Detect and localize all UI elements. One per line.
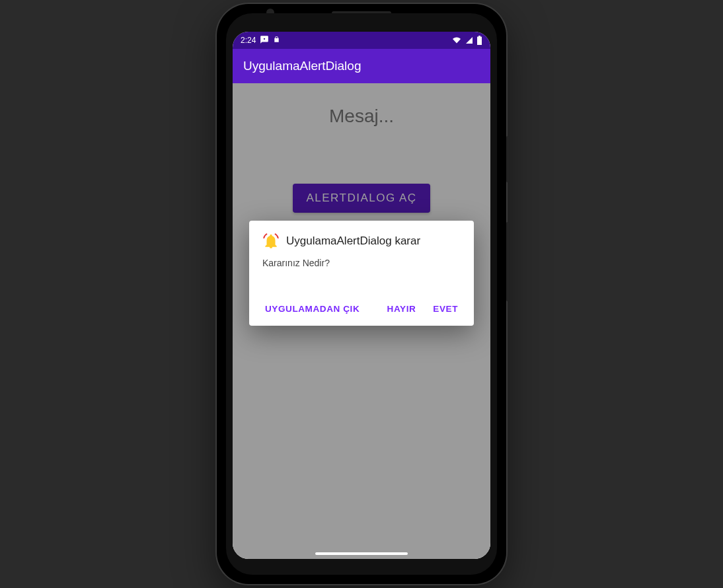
alert-dialog: UygulamaAlertDialog karar Kararınız Nedi… xyxy=(249,221,474,326)
power-button[interactable] xyxy=(506,136,509,182)
screen: 2:24 xyxy=(233,32,490,559)
volume-button[interactable] xyxy=(506,222,509,301)
gesture-nav-bar[interactable] xyxy=(233,552,490,555)
app-bar-title: UygulamaAlertDialog xyxy=(243,59,361,73)
status-bar: 2:24 xyxy=(233,32,490,49)
app-bar: UygulamaAlertDialog xyxy=(233,49,490,83)
battery-icon xyxy=(476,36,482,45)
dialog-header: UygulamaAlertDialog karar xyxy=(262,233,461,250)
phone-frame: 2:24 xyxy=(217,4,506,584)
svg-point-0 xyxy=(264,38,265,39)
dialog-title: UygulamaAlertDialog karar xyxy=(286,235,420,248)
dialog-message: Kararınız Nedir? xyxy=(262,258,461,268)
dialog-negative-button[interactable]: HAYIR xyxy=(385,299,419,319)
lock-icon xyxy=(273,35,280,46)
status-time: 2:24 xyxy=(241,36,256,45)
phone-inner: 2:24 xyxy=(226,13,497,575)
wifi-icon xyxy=(451,36,462,44)
emulator-stage: 2:24 xyxy=(0,0,723,588)
signal-icon xyxy=(465,36,474,44)
dialog-scrim[interactable]: UygulamaAlertDialog karar Kararınız Nedi… xyxy=(233,83,490,559)
status-right xyxy=(451,36,482,45)
bell-icon xyxy=(262,233,280,250)
nav-pill[interactable] xyxy=(315,552,408,555)
status-left: 2:24 xyxy=(241,35,280,46)
dialog-actions: UYGULAMADAN ÇIK HAYIR EVET xyxy=(262,299,461,319)
dialog-positive-button[interactable]: EVET xyxy=(430,299,461,319)
dialog-neutral-button[interactable]: UYGULAMADAN ÇIK xyxy=(262,299,362,319)
chat-bubble-icon xyxy=(260,35,269,46)
